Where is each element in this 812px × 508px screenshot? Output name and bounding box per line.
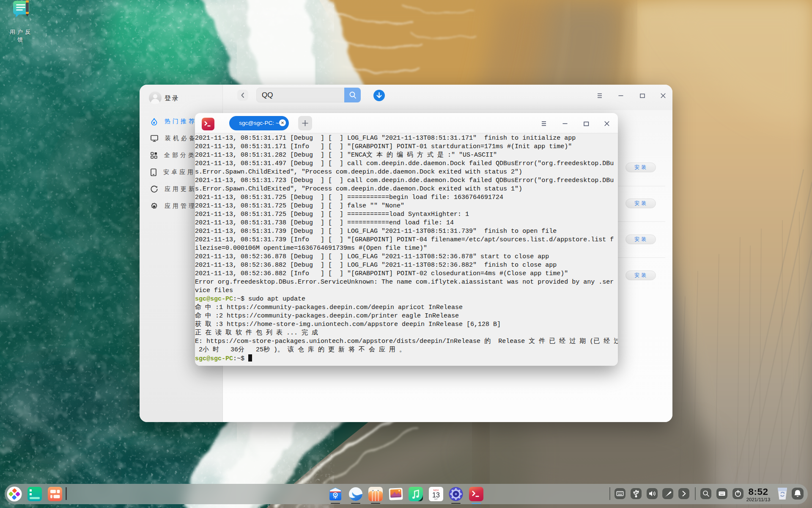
svg-text:13: 13 bbox=[432, 491, 440, 499]
svg-text:NOV: NOV bbox=[433, 489, 439, 491]
svg-text:SAT: SAT bbox=[434, 498, 438, 500]
